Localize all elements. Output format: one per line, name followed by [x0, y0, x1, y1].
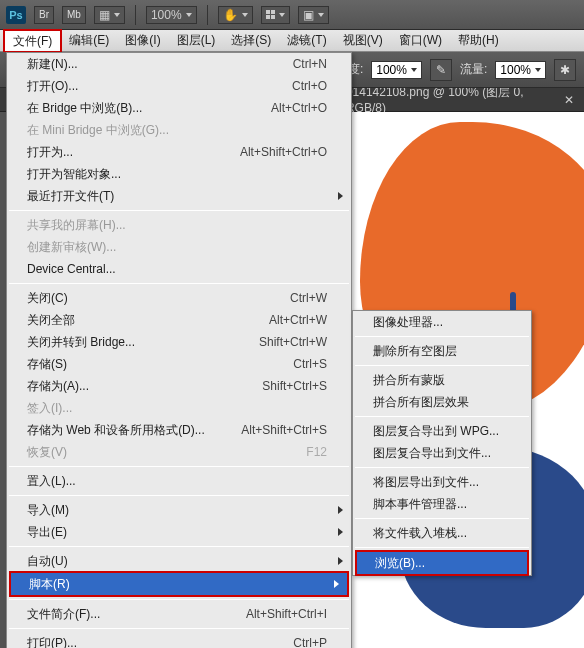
menu-item[interactable]: 置入(L)...: [7, 470, 351, 492]
menu-item[interactable]: 将图层导出到文件...: [353, 471, 531, 493]
menu-separator: [355, 467, 529, 468]
hand-tool-button[interactable]: ✋: [218, 6, 253, 24]
menu-item: 恢复(V)F12: [7, 441, 351, 463]
menu-item: 创建新审核(W)...: [7, 236, 351, 258]
menu-item-label: 脚本(R): [29, 576, 70, 593]
menu-separator: [9, 283, 349, 284]
arrange-button[interactable]: [261, 6, 290, 24]
menu-item-label: 打开为智能对象...: [27, 166, 121, 183]
menu-separator: [355, 336, 529, 337]
bridge-button[interactable]: Br: [34, 6, 54, 24]
menu-shortcut: Alt+Shift+Ctrl+O: [240, 145, 327, 159]
menu-item-label: 存储(S): [27, 356, 67, 373]
menubar-item[interactable]: 图层(L): [169, 30, 224, 51]
menu-item-label: 拼合所有蒙版: [373, 372, 445, 389]
menu-item[interactable]: 关闭并转到 Bridge...Shift+Ctrl+W: [7, 331, 351, 353]
menu-separator: [355, 365, 529, 366]
submenu-arrow-icon: [338, 506, 343, 514]
menu-item[interactable]: 图像处理器...: [353, 311, 531, 333]
menu-item-label: 导入(M): [27, 502, 69, 519]
menu-item[interactable]: 新建(N)...Ctrl+N: [7, 53, 351, 75]
document-tab[interactable]: 014142108.png @ 100% (图层 0, RGB/8): [346, 84, 558, 115]
minibridge-button[interactable]: Mb: [62, 6, 86, 24]
zoom-dropdown[interactable]: 100%: [146, 6, 197, 24]
screen-mode-dropdown[interactable]: ▦: [94, 6, 125, 24]
menu-item-label: 脚本事件管理器...: [373, 496, 467, 513]
app-icon: Ps: [6, 6, 26, 24]
pressure-opacity-icon[interactable]: ✎: [430, 59, 452, 81]
menubar-item[interactable]: 窗口(W): [391, 30, 450, 51]
menubar-item[interactable]: 文件(F): [4, 30, 61, 51]
menu-item[interactable]: 将文件载入堆栈...: [353, 522, 531, 544]
menu-item[interactable]: 打开(O)...Ctrl+O: [7, 75, 351, 97]
menu-separator: [355, 518, 529, 519]
menu-separator: [355, 416, 529, 417]
submenu-arrow-icon: [338, 528, 343, 536]
menu-item[interactable]: 导入(M): [7, 499, 351, 521]
menu-item[interactable]: 拼合所有蒙版: [353, 369, 531, 391]
menu-item-label: 浏览(B)...: [375, 555, 425, 572]
menu-item-label: 最近打开文件(T): [27, 188, 114, 205]
menu-item[interactable]: 删除所有空图层: [353, 340, 531, 362]
menu-item-highlighted[interactable]: 脚本(R): [9, 571, 349, 597]
opacity-field[interactable]: 100%: [371, 61, 422, 79]
flow-field[interactable]: 100%: [495, 61, 546, 79]
menu-item-label: 在 Bridge 中浏览(B)...: [27, 100, 142, 117]
menu-item[interactable]: 存储(S)Ctrl+S: [7, 353, 351, 375]
menu-item: 共享我的屏幕(H)...: [7, 214, 351, 236]
menu-item-label: 签入(I)...: [27, 400, 72, 417]
menu-item-label: 文件简介(F)...: [27, 606, 100, 623]
close-tab-icon[interactable]: ✕: [564, 93, 574, 107]
menu-item-highlighted[interactable]: 浏览(B)...: [355, 550, 529, 576]
menu-item[interactable]: 打开为智能对象...: [7, 163, 351, 185]
menu-item[interactable]: 在 Bridge 中浏览(B)...Alt+Ctrl+O: [7, 97, 351, 119]
menu-separator: [9, 466, 349, 467]
menu-shortcut: Alt+Shift+Ctrl+I: [246, 607, 327, 621]
menu-item[interactable]: 最近打开文件(T): [7, 185, 351, 207]
menubar-item[interactable]: 选择(S): [223, 30, 279, 51]
menu-shortcut: Alt+Shift+Ctrl+S: [241, 423, 327, 437]
submenu-arrow-icon: [338, 192, 343, 200]
menubar-item[interactable]: 图像(I): [117, 30, 168, 51]
menu-item[interactable]: 关闭全部Alt+Ctrl+W: [7, 309, 351, 331]
menu-item-label: 将文件载入堆栈...: [373, 525, 467, 542]
menu-item-label: 图像处理器...: [373, 314, 443, 331]
menu-shortcut: Ctrl+N: [293, 57, 327, 71]
menu-separator: [355, 547, 529, 548]
menubar-item[interactable]: 滤镜(T): [279, 30, 334, 51]
menu-item[interactable]: 文件简介(F)...Alt+Shift+Ctrl+I: [7, 603, 351, 625]
menu-item[interactable]: 导出(E): [7, 521, 351, 543]
menu-item[interactable]: 关闭(C)Ctrl+W: [7, 287, 351, 309]
menu-item-label: 图层复合导出到文件...: [373, 445, 491, 462]
menu-item[interactable]: 打印(P)...Ctrl+P: [7, 632, 351, 648]
menubar-item[interactable]: 帮助(H): [450, 30, 507, 51]
menu-item[interactable]: Device Central...: [7, 258, 351, 280]
menu-item[interactable]: 打开为...Alt+Shift+Ctrl+O: [7, 141, 351, 163]
menu-separator: [9, 495, 349, 496]
menu-item[interactable]: 图层复合导出到 WPG...: [353, 420, 531, 442]
submenu-arrow-icon: [338, 557, 343, 565]
menu-item: 签入(I)...: [7, 397, 351, 419]
menu-item-label: 置入(L)...: [27, 473, 76, 490]
screenfit-button[interactable]: ▣: [298, 6, 329, 24]
menubar-item[interactable]: 视图(V): [335, 30, 391, 51]
menu-item[interactable]: 脚本事件管理器...: [353, 493, 531, 515]
menu-item-label: 关闭并转到 Bridge...: [27, 334, 135, 351]
menu-item[interactable]: 拼合所有图层效果: [353, 391, 531, 413]
menu-item[interactable]: 图层复合导出到文件...: [353, 442, 531, 464]
menu-item[interactable]: 自动(U): [7, 550, 351, 572]
flow-label: 流量:: [460, 61, 487, 78]
menu-separator: [9, 210, 349, 211]
menu-item[interactable]: 存储为 Web 和设备所用格式(D)...Alt+Shift+Ctrl+S: [7, 419, 351, 441]
menu-item[interactable]: 存储为(A)...Shift+Ctrl+S: [7, 375, 351, 397]
menu-item-label: 存储为(A)...: [27, 378, 89, 395]
menu-shortcut: Ctrl+O: [292, 79, 327, 93]
menu-separator: [9, 546, 349, 547]
menu-item-label: 新建(N)...: [27, 56, 78, 73]
menu-item-label: 共享我的屏幕(H)...: [27, 217, 126, 234]
scripts-submenu: 图像处理器...删除所有空图层拼合所有蒙版拼合所有图层效果图层复合导出到 WPG…: [352, 310, 532, 576]
airbrush-icon[interactable]: ✱: [554, 59, 576, 81]
menu-separator: [9, 628, 349, 629]
menu-item: 在 Mini Bridge 中浏览(G)...: [7, 119, 351, 141]
menubar-item[interactable]: 编辑(E): [61, 30, 117, 51]
